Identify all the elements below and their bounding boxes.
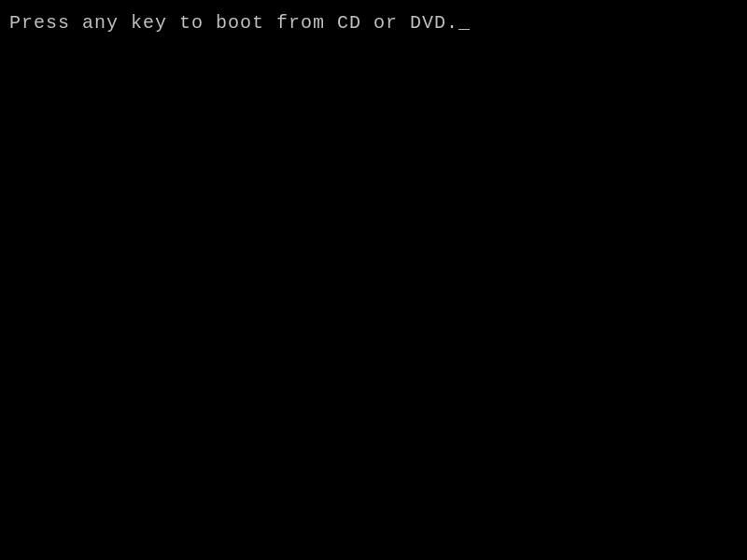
boot-cursor: _ [458,12,471,34]
boot-message-label: Press any key to boot from CD or DVD. [9,12,458,34]
boot-screen: Press any key to boot from CD or DVD._ [0,0,747,560]
boot-message-text: Press any key to boot from CD or DVD._ [9,12,471,34]
